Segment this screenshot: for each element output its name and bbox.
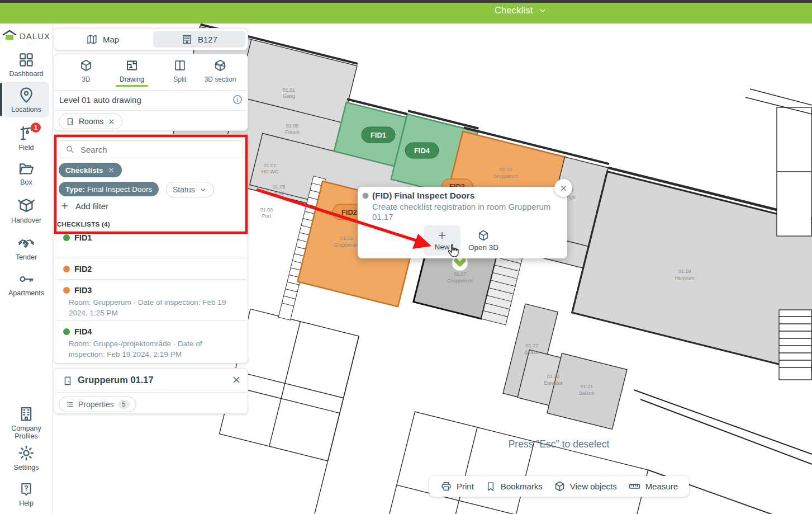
- svg-text:Hemrum: Hemrum: [675, 275, 695, 281]
- add-filter-button[interactable]: Add filter: [60, 201, 108, 211]
- drawing-icon: [125, 59, 139, 72]
- checklists-chip[interactable]: Checklists: [59, 163, 122, 177]
- notification-badge: 1: [30, 122, 41, 133]
- sidebar: DALUX Dashboard Locations 1 Field Box Ha…: [0, 23, 53, 514]
- sidebar-item-locations[interactable]: Locations: [0, 86, 53, 114]
- search-icon: [65, 144, 75, 154]
- svg-text:Gang: Gang: [283, 93, 295, 99]
- cube-icon: [554, 480, 566, 492]
- sidebar-item-help[interactable]: ? Help: [0, 481, 53, 507]
- type-filter-chip[interactable]: Type: Final Inspect Doors: [59, 182, 159, 196]
- esc-deselect-hint: Press "Esc" to deselect: [492, 438, 626, 450]
- svg-text:Balkon: Balkon: [524, 350, 540, 355]
- plus-icon: [436, 230, 448, 241]
- cube-icon: [477, 229, 490, 242]
- map-icon: [86, 34, 98, 45]
- close-icon: [231, 374, 242, 385]
- svg-text:01.16: 01.16: [500, 167, 512, 172]
- svg-text:01.23: 01.23: [547, 374, 560, 379]
- dalux-house-icon: [2, 29, 17, 43]
- folder-icon: [18, 160, 35, 177]
- tab-drawing[interactable]: Drawing: [108, 59, 156, 83]
- room-0119[interactable]: [572, 172, 812, 372]
- svg-text:Grupperum: Grupperum: [334, 242, 359, 248]
- sidebar-item-box[interactable]: Box: [0, 160, 53, 186]
- svg-text:01.12: 01.12: [340, 235, 353, 241]
- svg-text:01.01: 01.01: [283, 87, 296, 93]
- svg-text:FID1: FID1: [371, 131, 386, 139]
- building-tab-icon: [181, 34, 193, 45]
- room-title: Grupperum 01.17: [78, 375, 154, 385]
- sidebar-item-settings[interactable]: Settings: [0, 444, 53, 471]
- info-icon[interactable]: [232, 94, 243, 107]
- help-icon: ?: [18, 481, 34, 498]
- sidebar-item-tender[interactable]: Tender: [0, 235, 53, 261]
- dalux-logo[interactable]: DALUX: [0, 29, 53, 43]
- active-tab-underline: [116, 85, 148, 87]
- divider: [55, 392, 247, 393]
- checklists-section-header: CHECKLISTS (4): [57, 221, 110, 228]
- rooms-filter-chip[interactable]: Rooms: [59, 114, 122, 129]
- bookmarks-button[interactable]: Bookmarks: [485, 481, 543, 492]
- close-room-panel-button[interactable]: [231, 374, 242, 388]
- new-registration-button[interactable]: New: [424, 225, 460, 256]
- room-action-popup: (FID) Final Inspect Doors Create checkli…: [358, 187, 567, 258]
- sidebar-item-apartments[interactable]: Apartments: [0, 271, 53, 297]
- map-badge-fid1[interactable]: FID1: [362, 127, 395, 143]
- sidebar-item-handover[interactable]: Handover: [0, 197, 53, 224]
- svg-text:01.19: 01.19: [678, 268, 691, 274]
- svg-text:Balkon: Balkon: [579, 390, 595, 396]
- svg-text:01.03: 01.03: [260, 207, 273, 213]
- popup-close-button[interactable]: [554, 179, 572, 197]
- checklist-type-dot: [362, 192, 369, 199]
- close-icon[interactable]: [107, 166, 115, 174]
- svg-text:Port: Port: [262, 213, 272, 219]
- sidebar-item-company-profiles[interactable]: Company Profiles: [0, 405, 53, 440]
- search-box: [59, 140, 243, 158]
- svg-text:01.17: 01.17: [454, 271, 467, 277]
- properties-chip[interactable]: Properties 5: [59, 397, 136, 412]
- map-badge-fid4[interactable]: FID4: [405, 143, 439, 158]
- tab-3d[interactable]: 3D: [62, 59, 110, 83]
- tab-map[interactable]: Map: [54, 29, 151, 50]
- print-button[interactable]: Print: [440, 480, 474, 492]
- svg-text:Grupperum: Grupperum: [493, 173, 519, 179]
- open-3d-button[interactable]: Open 3D: [465, 225, 502, 256]
- list-item-fid3[interactable]: FID3 Room: Grupperum · Date of inspectio…: [63, 286, 234, 318]
- brand-text: DALUX: [20, 31, 50, 41]
- location-pin-icon: [17, 86, 35, 104]
- status-dot: [63, 287, 70, 294]
- close-icon: [559, 183, 568, 193]
- divider: [55, 90, 247, 91]
- top-dark-strip: [0, 0, 812, 3]
- handshake-icon: [17, 235, 36, 252]
- cube-icon: [79, 59, 93, 72]
- status-filter-chip[interactable]: Status: [166, 182, 214, 197]
- drawing-title: Level 01 auto drawing: [59, 95, 141, 105]
- search-input[interactable]: [79, 144, 227, 155]
- divider: [55, 320, 247, 321]
- list-item-detail: Room: Gruppe-/projektområde · Date of in…: [69, 338, 234, 360]
- sidebar-item-field[interactable]: 1 Field: [0, 123, 53, 152]
- tab-3d-section[interactable]: 3D section: [196, 59, 244, 83]
- view-mode-panel: 3D Drawing Split 3D section Level 01 aut…: [54, 54, 248, 131]
- key-icon: [17, 271, 35, 287]
- close-icon[interactable]: [107, 117, 116, 126]
- svg-text:01.09: 01.09: [286, 123, 299, 129]
- measure-button[interactable]: Measure: [628, 480, 678, 493]
- building-icon: [18, 405, 35, 423]
- list-item-fid4[interactable]: FID4 Room: Gruppe-/projektområde · Date …: [63, 327, 234, 360]
- bookmark-icon: [485, 481, 496, 492]
- room-detail-panel: Grupperum 01.17 Properties 5: [54, 368, 248, 414]
- view-objects-button[interactable]: View objects: [554, 480, 617, 492]
- checklist-dropdown[interactable]: Checklist: [495, 5, 584, 16]
- svg-text:X.fid: X.fid: [274, 190, 284, 196]
- list-item-fid2[interactable]: FID2: [63, 265, 92, 273]
- split-icon: [173, 59, 187, 72]
- svg-text:01.05: 01.05: [273, 184, 286, 190]
- cube-section-icon: [213, 59, 227, 72]
- sidebar-item-dashboard[interactable]: Dashboard: [0, 51, 53, 78]
- tab-building-b127[interactable]: B127: [151, 29, 248, 50]
- list-item-fid1[interactable]: FID1: [63, 233, 92, 242]
- chevron-down-icon: [538, 6, 548, 16]
